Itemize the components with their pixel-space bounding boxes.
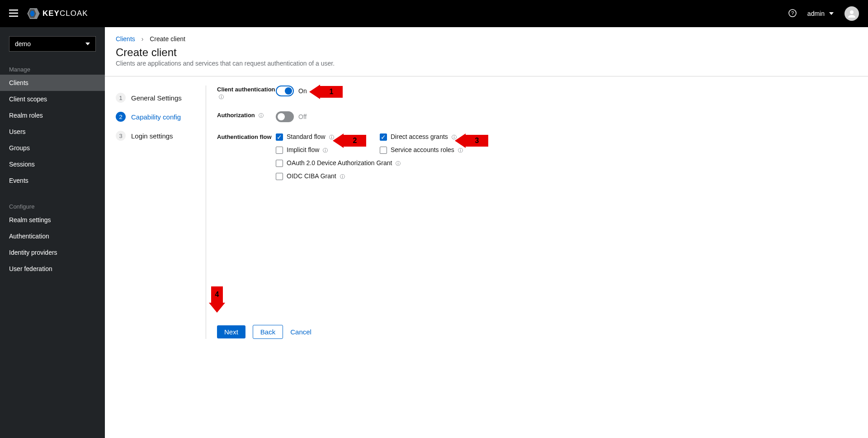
step-label: Login settings bbox=[131, 132, 173, 140]
app-header: KEYCLOAK ? admin bbox=[0, 0, 868, 27]
page-title: Create client bbox=[116, 46, 857, 59]
wizard-step-login[interactable]: 3 Login settings bbox=[116, 126, 201, 145]
breadcrumb-separator: › bbox=[142, 35, 144, 43]
checkbox-label: OIDC CIBA Grant ⓘ bbox=[287, 172, 345, 180]
annotation-arrow-1: 1 bbox=[309, 85, 343, 99]
sidebar-item-users[interactable]: Users bbox=[0, 124, 105, 140]
check-icon bbox=[276, 147, 283, 154]
sidebar-item-authentication[interactable]: Authentication bbox=[0, 228, 105, 244]
wizard: 1 General Settings 2 Capability config 3… bbox=[105, 76, 868, 348]
client-auth-toggle[interactable] bbox=[276, 86, 294, 96]
avatar[interactable] bbox=[844, 6, 859, 21]
breadcrumb-current: Create client bbox=[150, 35, 185, 43]
svg-text:?: ? bbox=[791, 10, 794, 16]
step-number: 1 bbox=[116, 93, 126, 103]
sidebar-item-realm-roles[interactable]: Realm roles bbox=[0, 107, 105, 124]
client-auth-state: On bbox=[298, 87, 307, 95]
breadcrumb-parent[interactable]: Clients bbox=[116, 35, 135, 43]
wizard-step-general[interactable]: 1 General Settings bbox=[116, 88, 201, 107]
user-menu[interactable]: admin bbox=[807, 10, 834, 17]
help-icon[interactable]: ? bbox=[788, 9, 797, 19]
wizard-nav: 1 General Settings 2 Capability config 3… bbox=[116, 86, 206, 339]
authorization-state: Off bbox=[298, 113, 307, 120]
user-icon bbox=[847, 9, 857, 19]
sidebar-item-user-federation[interactable]: User federation bbox=[0, 261, 105, 277]
check-icon: ✓ bbox=[380, 133, 387, 141]
page-description: Clients are applications and services th… bbox=[116, 60, 857, 67]
sidebar-item-sessions[interactable]: Sessions bbox=[0, 156, 105, 172]
sidebar-item-realm-settings[interactable]: Realm settings bbox=[0, 212, 105, 228]
sidebar-section-manage: Manage bbox=[0, 61, 105, 75]
logo[interactable]: KEYCLOAK bbox=[27, 8, 88, 19]
annotation-arrow-3: 3 bbox=[455, 133, 488, 148]
header-left: KEYCLOAK bbox=[9, 8, 88, 19]
authorization-label: Authorization bbox=[217, 112, 255, 119]
caret-down-icon bbox=[829, 12, 834, 15]
header-right: ? admin bbox=[788, 6, 859, 21]
check-icon bbox=[276, 160, 283, 167]
step-label: Capability config bbox=[131, 113, 181, 121]
checkbox-oauth-device[interactable]: OAuth 2.0 Device Authorization Grant ⓘ bbox=[276, 159, 484, 167]
wizard-footer: Next Back Cancel bbox=[217, 316, 857, 339]
checkbox-label: Direct access grants ⓘ bbox=[391, 133, 457, 141]
checkbox-label: Implicit flow ⓘ bbox=[287, 146, 328, 154]
authorization-toggle[interactable] bbox=[276, 111, 294, 122]
realm-selector[interactable]: demo bbox=[9, 36, 96, 52]
step-number: 2 bbox=[116, 112, 126, 122]
sidebar-item-client-scopes[interactable]: Client scopes bbox=[0, 91, 105, 107]
auth-flow-label: Authentication flow bbox=[217, 133, 272, 140]
check-icon bbox=[380, 147, 387, 154]
breadcrumb: Clients › Create client bbox=[105, 27, 868, 46]
sidebar-item-events[interactable]: Events bbox=[0, 172, 105, 189]
step-number: 3 bbox=[116, 131, 126, 141]
sidebar-section-configure: Configure bbox=[0, 198, 105, 212]
page-header: Create client Clients are applications a… bbox=[105, 46, 868, 76]
field-authentication-flow: Authentication flow ✓ Standard flow ⓘ ✓ bbox=[217, 133, 857, 180]
step-label: General Settings bbox=[131, 94, 182, 102]
sidebar-item-clients[interactable]: Clients bbox=[0, 75, 105, 91]
realm-name: demo bbox=[15, 40, 31, 48]
sidebar: demo Manage Clients Client scopes Realm … bbox=[0, 27, 105, 438]
annotation-arrow-2: 2 bbox=[333, 133, 366, 148]
content-area: Clients › Create client Create client Cl… bbox=[105, 27, 868, 438]
logo-text: KEYCLOAK bbox=[42, 9, 88, 18]
field-authorization: Authorization ⓘ Off bbox=[217, 111, 857, 122]
annotation-arrow-4: 4 bbox=[209, 286, 225, 313]
cancel-button[interactable]: Cancel bbox=[290, 328, 311, 336]
sidebar-item-identity-providers[interactable]: Identity providers bbox=[0, 244, 105, 261]
help-icon[interactable]: ⓘ bbox=[219, 94, 224, 100]
checkbox-oidc-ciba[interactable]: OIDC CIBA Grant ⓘ bbox=[276, 172, 484, 180]
username-label: admin bbox=[807, 10, 825, 17]
checkbox-label: Standard flow ⓘ bbox=[287, 133, 334, 141]
check-icon: ✓ bbox=[276, 133, 283, 141]
logo-icon bbox=[27, 8, 40, 19]
back-button[interactable]: Back bbox=[253, 325, 283, 339]
check-icon bbox=[276, 173, 283, 180]
caret-down-icon bbox=[85, 43, 90, 45]
next-button[interactable]: Next bbox=[217, 325, 245, 338]
menu-icon[interactable] bbox=[9, 10, 18, 18]
sidebar-item-groups[interactable]: Groups bbox=[0, 140, 105, 156]
checkbox-label: Service accounts roles ⓘ bbox=[391, 146, 463, 154]
client-auth-label: Client authentication bbox=[217, 86, 275, 93]
checkbox-label: OAuth 2.0 Device Authorization Grant ⓘ bbox=[287, 159, 401, 167]
svg-point-5 bbox=[850, 10, 854, 14]
wizard-body: Client authentication ⓘ On Authorization bbox=[206, 86, 857, 339]
wizard-step-capability[interactable]: 2 Capability config bbox=[116, 107, 201, 126]
help-icon[interactable]: ⓘ bbox=[259, 112, 264, 119]
